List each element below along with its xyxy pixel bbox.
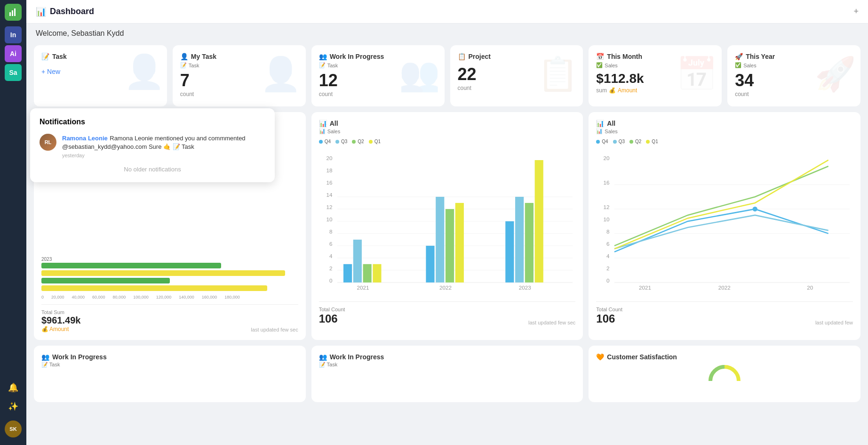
bar-chart-svg-wrapper: 20 18 16 14 12 10 8 6 4 2 0 <box>319 148 576 297</box>
svg-text:4: 4 <box>606 253 610 259</box>
sidebar-sa-label: Sa <box>9 69 17 76</box>
svg-rect-25 <box>373 264 381 283</box>
bottom-card-wip1: 👥 Work In Progress 📝 Task <box>34 346 306 402</box>
svg-rect-2 <box>14 8 16 16</box>
legend-q4: Q4 <box>319 139 331 144</box>
svg-rect-32 <box>505 221 514 283</box>
hbar-amount: 💰 Amount <box>41 326 80 332</box>
sidebar-item-in[interactable]: In <box>5 26 22 43</box>
bottom-wip2-title: 👥 Work In Progress <box>319 353 576 361</box>
magic-icon[interactable]: ✨ <box>5 398 22 415</box>
bar-chart-svg: 20 18 16 14 12 10 8 6 4 2 0 <box>319 148 576 295</box>
svg-text:10: 10 <box>326 216 333 222</box>
svg-text:14: 14 <box>326 192 333 198</box>
svg-text:0: 0 <box>606 277 610 283</box>
notif-time: yesterday <box>62 153 265 158</box>
bar-chart-legend: Q4 Q3 Q2 Q1 <box>319 139 576 144</box>
svg-text:20: 20 <box>326 155 333 161</box>
svg-text:18: 18 <box>326 167 332 173</box>
stat-card-this-year: 🚀 This Year ✅ Sales 34 count 🚀 <box>727 45 860 106</box>
this-year-label: This Year <box>746 53 775 60</box>
chart-card-horizontal: 📊 All 📊 Sales Notifications RL Ramona Le… <box>34 112 306 340</box>
svg-rect-23 <box>353 240 361 283</box>
dashboard-icon: 📊 <box>36 7 46 17</box>
chart-card-bar: 📊 All 📊 Sales Q4 Q3 <box>311 112 583 340</box>
bottom-wip1-subtitle: 📝 Task <box>41 362 298 368</box>
bottom-cust-sat-icon: 🧡 <box>596 353 604 361</box>
bar-chart-title: 📊 All <box>319 120 576 127</box>
line-legend-q2: Q2 <box>629 139 641 144</box>
bottom-row: 👥 Work In Progress 📝 Task 👥 Work In Prog… <box>34 346 860 402</box>
bar-subtitle-icon: 📊 <box>319 128 326 134</box>
sidebar-item-sa[interactable]: Sa <box>5 64 22 81</box>
notifications-title: Notifications <box>40 118 265 126</box>
project-bg-icon: 📋 <box>537 55 578 93</box>
svg-text:2022: 2022 <box>718 284 731 291</box>
line-chart-total: Total Count 106 <box>596 307 622 325</box>
line-legend-dot-q1 <box>646 140 650 144</box>
sidebar-item-ai[interactable]: Ai <box>5 45 22 62</box>
chart-card-line: 📊 All 📊 Sales Q4 Q3 <box>589 112 860 340</box>
notification-item: RL Ramona Leonie Ramona Leonie mentioned… <box>40 134 265 158</box>
header-left: 📊 Dashboard <box>36 7 94 17</box>
main-content: 📊 Dashboard + Welcome, Sebastian Kydd 📝 … <box>26 0 868 445</box>
line-legend-q1: Q1 <box>646 139 658 144</box>
svg-text:6: 6 <box>606 241 610 247</box>
bottom-card-cust-sat: 🧡 Customer Satisfaction <box>589 346 860 402</box>
line-chart-svg: 20 16 12 10 8 6 4 2 0 <box>596 148 853 295</box>
svg-text:8: 8 <box>606 228 610 235</box>
add-button[interactable]: + <box>853 7 859 16</box>
my-task-bg-icon: 👤 <box>260 55 301 93</box>
legend-q2: Q2 <box>352 139 364 144</box>
hbar-area: 2023 020,00040,00060,00080,000100,000120… <box>41 257 298 299</box>
stat-card-task: 📝 Task + New 👤 <box>34 45 167 106</box>
bar-chart-updated: last updated few sec <box>528 320 575 325</box>
line-title-text: All <box>607 120 615 127</box>
project-icon: 📋 <box>458 53 466 60</box>
my-task-label: My Task <box>191 53 216 60</box>
task-label: Task <box>52 53 67 60</box>
line-legend-q3: Q3 <box>613 139 625 144</box>
svg-point-51 <box>753 207 757 211</box>
svg-text:2: 2 <box>606 265 610 271</box>
line-legend-q4: Q4 <box>596 139 608 144</box>
my-task-sub-icon: 📝 <box>180 62 187 68</box>
this-month-icon: 📅 <box>596 53 604 60</box>
svg-text:20: 20 <box>807 284 814 291</box>
line-chart-subtitle: 📊 Sales <box>596 128 853 134</box>
notif-content: Ramona Leonie Ramona Leonie mentioned yo… <box>62 134 265 158</box>
line-chart-legend: Q4 Q3 Q2 Q1 <box>596 139 853 144</box>
svg-text:12: 12 <box>326 204 332 210</box>
line-subtitle-icon: 📊 <box>596 128 603 134</box>
hbar-footer: Total Sum $961.49k 💰 Amount last updated… <box>41 304 298 332</box>
svg-rect-27 <box>426 246 434 283</box>
this-month-sub-icon: ✅ <box>596 62 603 68</box>
task-icon: 📝 <box>41 53 49 60</box>
svg-rect-35 <box>534 160 543 283</box>
svg-text:16: 16 <box>326 179 332 186</box>
hbar-year-1: 2023 <box>41 257 298 262</box>
bell-icon[interactable]: 🔔 <box>5 379 22 396</box>
stat-card-project: 📋 Project 22 count 📋 <box>450 45 583 106</box>
bottom-wip1-sub-icon: 📝 <box>41 362 48 367</box>
header: 📊 Dashboard + <box>26 0 868 24</box>
bottom-wip2-icon: 👥 <box>319 353 327 361</box>
svg-text:16: 16 <box>604 179 610 186</box>
svg-text:10: 10 <box>604 216 610 222</box>
legend-dot-q3 <box>335 140 339 144</box>
sidebar-logo[interactable] <box>5 4 22 21</box>
bottom-card-wip2: 👥 Work In Progress 📝 Task <box>311 346 583 402</box>
this-year-icon: 🚀 <box>735 53 743 60</box>
line-legend-dot-q3 <box>613 140 617 144</box>
stat-card-my-task: 👤 My Task 📝 Task 7 count 👤 <box>173 45 306 106</box>
wip-sub-icon: 📝 <box>319 62 326 68</box>
svg-text:2021: 2021 <box>357 284 369 291</box>
user-avatar[interactable]: SK <box>5 421 22 437</box>
task-bg-icon: 👤 <box>124 52 165 91</box>
svg-rect-33 <box>515 197 524 283</box>
notif-avatar: RL <box>40 134 56 151</box>
this-month-amount-icon: 💰 <box>609 87 616 94</box>
svg-text:2: 2 <box>329 265 333 271</box>
svg-rect-24 <box>363 264 371 283</box>
legend-dot-q4 <box>319 140 323 144</box>
